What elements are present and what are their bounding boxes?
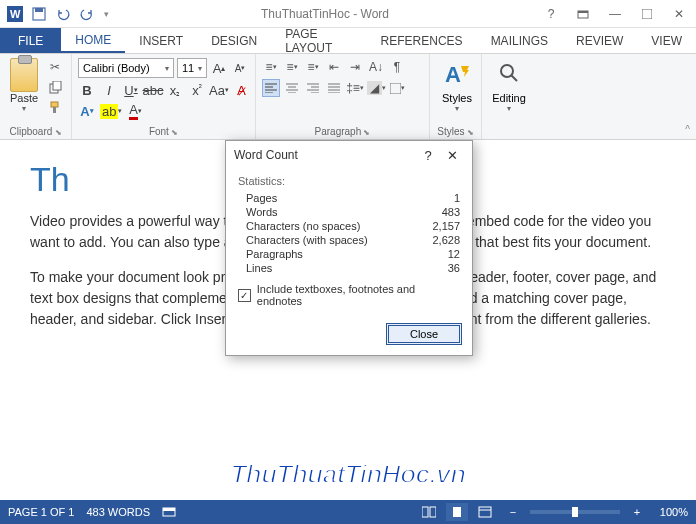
tab-page-layout[interactable]: PAGE LAYOUT [271,28,366,53]
svg-rect-3 [35,8,43,12]
zoom-thumb[interactable] [572,507,578,517]
tab-home[interactable]: HOME [61,28,125,53]
word-count-dialog: Word Count ? ✕ Statistics: Pages1 Words4… [225,140,473,356]
align-center-icon[interactable] [283,79,301,97]
ribbon-display-icon[interactable] [570,3,596,25]
svg-rect-36 [479,507,491,517]
language-indicator[interactable] [162,505,176,519]
zoom-slider[interactable] [530,510,620,514]
svg-rect-5 [578,11,588,13]
justify-icon[interactable] [325,79,343,97]
title-bar: W ▾ ThuThuatTinHoc - Word ? — ✕ [0,0,696,28]
styles-button[interactable]: A Styles ▾ [436,58,478,113]
tab-references[interactable]: REFERENCES [367,28,477,53]
stat-label: Characters (no spaces) [246,220,360,232]
include-textboxes-label: Include textboxes, footnotes and endnote… [257,283,460,307]
editing-icon [495,58,523,92]
clear-formatting-icon[interactable]: A̷ [232,81,250,99]
tab-insert[interactable]: INSERT [125,28,197,53]
stat-chars-with-spaces: Characters (with spaces)2,628 [238,233,460,247]
collapse-ribbon-icon[interactable]: ^ [685,124,690,135]
show-marks-icon[interactable]: ¶ [388,58,406,76]
increase-indent-icon[interactable]: ⇥ [346,58,364,76]
underline-button[interactable]: U▾ [122,81,140,99]
page-indicator[interactable]: PAGE 1 OF 1 [8,506,74,518]
stat-label: Characters (with spaces) [246,234,368,246]
paragraph-group-label: Paragraph [262,125,423,137]
qat-dropdown-icon[interactable]: ▾ [100,3,112,25]
tab-file[interactable]: FILE [0,28,61,53]
tab-review[interactable]: REVIEW [562,28,637,53]
font-name-combo[interactable]: Calibri (Body)▾ [78,58,174,78]
shading-icon[interactable]: ◢▾ [367,79,385,97]
help-icon[interactable]: ? [538,3,564,25]
redo-icon[interactable] [76,3,98,25]
bold-button[interactable]: B [78,81,96,99]
align-left-icon[interactable] [262,79,280,97]
close-button[interactable]: Close [386,323,462,345]
dialog-close-icon[interactable]: ✕ [440,148,464,163]
maximize-icon[interactable] [634,3,660,25]
align-right-icon[interactable] [304,79,322,97]
undo-icon[interactable] [52,3,74,25]
multilevel-icon[interactable]: ≡▾ [304,58,322,76]
font-size-value: 11 [182,62,194,74]
grow-font-icon[interactable]: A▴ [210,59,228,77]
minimize-icon[interactable]: — [602,3,628,25]
highlight-icon[interactable]: ab▾ [100,102,122,120]
dialog-help-icon[interactable]: ? [416,148,440,163]
window-title: ThuThuatTinHoc - Word [112,7,538,21]
word-icon[interactable]: W [4,3,26,25]
zoom-in-icon[interactable]: + [626,503,648,521]
zoom-out-icon[interactable]: − [502,503,524,521]
web-layout-icon[interactable] [474,503,496,521]
font-name-value: Calibri (Body) [83,62,150,74]
styles-label: Styles [442,92,472,104]
tab-mailings[interactable]: MAILINGS [477,28,562,53]
svg-rect-10 [53,107,56,113]
format-painter-icon[interactable] [45,98,65,116]
font-color-icon[interactable]: A▾ [126,102,144,120]
superscript-button[interactable]: x² [188,81,206,99]
stat-pages: Pages1 [238,191,460,205]
close-icon[interactable]: ✕ [666,3,692,25]
svg-rect-35 [453,507,461,517]
stat-label: Words [246,206,278,218]
stat-value: 483 [442,206,460,218]
copy-icon[interactable] [45,78,65,96]
shrink-font-icon[interactable]: A▾ [231,59,249,77]
svg-line-30 [511,75,517,81]
read-mode-icon[interactable] [418,503,440,521]
change-case-icon[interactable]: Aa▾ [210,81,228,99]
bullets-icon[interactable]: ≡▾ [262,58,280,76]
italic-button[interactable]: I [100,81,118,99]
zoom-level[interactable]: 100% [654,506,688,518]
cut-icon[interactable]: ✂ [45,58,65,76]
include-textboxes-checkbox[interactable]: ✓ [238,289,251,302]
svg-rect-34 [430,507,436,517]
borders-icon[interactable]: ▾ [388,79,406,97]
font-size-combo[interactable]: 11▾ [177,58,207,78]
tab-design[interactable]: DESIGN [197,28,271,53]
print-layout-icon[interactable] [446,503,468,521]
text-effects-icon[interactable]: A▾ [78,102,96,120]
subscript-button[interactable]: x₂ [166,81,184,99]
decrease-indent-icon[interactable]: ⇤ [325,58,343,76]
font-group-label: Font [78,125,249,137]
paste-button[interactable]: Paste ▾ [6,58,42,113]
strikethrough-button[interactable]: abc [144,81,162,99]
editing-button[interactable]: Editing ▾ [488,58,530,113]
line-spacing-icon[interactable]: ‡≡▾ [346,79,364,97]
save-icon[interactable] [28,3,50,25]
numbering-icon[interactable]: ≡▾ [283,58,301,76]
word-count-indicator[interactable]: 483 WORDS [86,506,150,518]
svg-text:W: W [10,8,21,20]
status-bar: PAGE 1 OF 1 483 WORDS − + 100% [0,500,696,524]
svg-rect-33 [422,507,428,517]
stat-lines: Lines36 [238,261,460,275]
stat-value: 36 [448,262,460,274]
svg-rect-32 [163,508,175,511]
sort-icon[interactable]: A↓ [367,58,385,76]
tab-view[interactable]: VIEW [637,28,696,53]
stat-value: 2,628 [432,234,460,246]
